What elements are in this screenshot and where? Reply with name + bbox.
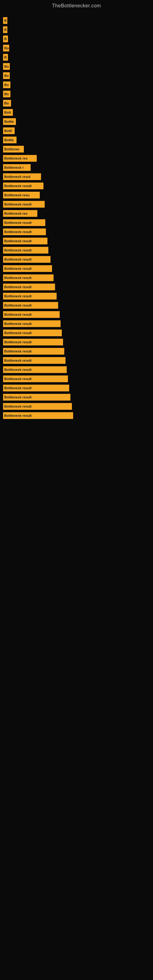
bar-item: Bottleneck result [3, 412, 73, 419]
bar-row: Bottleneck result [3, 375, 150, 383]
bar-label: Bott [4, 111, 11, 114]
bar-label: B [4, 56, 7, 59]
bar-row: Bottleneck result [3, 320, 150, 328]
bar-label: Bottleneck result [4, 239, 32, 243]
bar-item: Bottleneck result [3, 385, 69, 391]
bar-item: Bottleneck resu [3, 192, 40, 199]
bar-item: Bottleneck resul [3, 173, 41, 180]
bar-row: Bottleneck result [3, 411, 150, 420]
bar-label: Bottleneck result [4, 404, 32, 408]
bar-label: Bottleneck result [4, 414, 32, 417]
bar-item: Bo [3, 72, 10, 79]
bar-item: B [3, 35, 8, 42]
bar-item: Bottleneck result [3, 366, 67, 373]
bar-row: Bott [3, 108, 150, 117]
bar-row: Bottleneck result [3, 301, 150, 310]
bar-row: Bottleneck result [3, 310, 150, 319]
bar-label: Bottleneck result [4, 313, 32, 317]
bar-label: Bo [4, 83, 9, 87]
bar-label: Bottleneck result [4, 248, 32, 252]
bar-item: Bottleneck result [3, 274, 54, 281]
bar-label: Bottleneck result [4, 377, 32, 381]
bar-label: Bottleneck r [4, 166, 24, 169]
bar-item: Bo [3, 91, 10, 97]
bar-label: Bottleneck resu [4, 193, 30, 197]
bar-row: Bottleneck result [3, 292, 150, 301]
bar-label: Bo [4, 74, 9, 78]
bar-row: Bottleneck res [3, 154, 150, 162]
bar-row: Bottleneck result [3, 255, 150, 264]
bar-row: B [3, 25, 150, 34]
bar-label: Bottleneck result [4, 258, 32, 261]
bar-row: Bottleneck result [3, 365, 150, 374]
bar-item: Bottleneck result [3, 311, 60, 318]
bar-item: B [3, 54, 8, 60]
bar-label: Bottleneck result [4, 331, 32, 335]
site-title: TheBottlenecker.com [0, 0, 153, 10]
bar-row: Bottleneck result [3, 274, 150, 282]
bar-label: Bo [4, 46, 9, 50]
bar-row: Bottle [3, 136, 150, 144]
bar-item: Bo [3, 100, 11, 107]
bar-row: Bottleneck result [3, 246, 150, 255]
bar-label: Bottleneck result [4, 304, 32, 307]
bar-item: Bo [3, 63, 10, 70]
bar-item: Bottleneck result [3, 247, 48, 254]
bar-item: Bottleneck result [3, 357, 65, 364]
bar-label: Bo [4, 92, 9, 96]
bar-label: Bottleneck result [4, 202, 32, 206]
bar-row: Bottleneck result [3, 393, 150, 401]
bar-label: Bottleneck result [4, 395, 32, 399]
bar-item: Bottleneck result [3, 283, 55, 290]
bar-label: Bo [4, 101, 9, 105]
bar-label: Bottleneck result [4, 294, 32, 298]
bars-container: BBBBoBBoBoBoBoBoBottBottleBottlBottleBot… [0, 10, 153, 423]
bar-label: Bottleneck result [4, 285, 32, 289]
bar-row: Bottleneck result [3, 283, 150, 291]
bar-item: B [3, 26, 7, 33]
bar-item: Bottleneck result [3, 348, 64, 355]
bar-row: Bottleneck result [3, 264, 150, 273]
bar-row: Bo [3, 81, 150, 89]
bar-row: Bottleneck result [3, 237, 150, 245]
bar-row: Bo [3, 62, 150, 71]
bar-row: Bottle [3, 117, 150, 126]
bar-label: Bottleneck result [4, 322, 32, 326]
bar-label: Bottleneck result [4, 340, 32, 344]
bar-row: Bottlenec [3, 145, 150, 153]
bar-label: Bottleneck result [4, 267, 32, 270]
bar-row: Bo [3, 99, 150, 108]
bar-item: Bottleneck result [3, 293, 57, 299]
bar-row: Bottleneck result [3, 329, 150, 337]
bar-label: Bottleneck result [4, 368, 32, 371]
bar-label: Bottleneck resul [4, 175, 30, 178]
bar-row: Bo [3, 44, 150, 52]
bar-item: Bottl [3, 127, 15, 134]
bar-label: Bottleneck result [4, 221, 32, 224]
bar-row: B [3, 35, 150, 43]
bar-label: B [4, 37, 7, 41]
bar-item: Bott [3, 109, 13, 116]
bar-label: B [4, 28, 7, 32]
bar-row: Bottleneck result [3, 228, 150, 236]
bar-row: Bottleneck result [3, 181, 150, 190]
bar-item: Bottleneck result [3, 183, 43, 189]
bar-item: Bo [3, 45, 9, 51]
bar-row: B [3, 16, 150, 25]
bar-row: Bottleneck resul [3, 172, 150, 181]
bar-item: B [3, 17, 7, 24]
bar-label: Bo [4, 65, 9, 68]
bar-row: B [3, 53, 150, 62]
bar-item: Bottleneck result [3, 229, 46, 235]
bar-row: Bo [3, 72, 150, 80]
bar-item: Bottleneck r [3, 164, 30, 171]
bar-item: Bottleneck result [3, 403, 72, 410]
bar-row: Bottleneck result [3, 356, 150, 365]
bar-item: Bo [3, 81, 10, 88]
bar-row: Bottleneck r [3, 163, 150, 172]
bar-item: Bottle [3, 137, 16, 143]
bar-row: Bottleneck result [3, 338, 150, 346]
bar-label: Bottleneck result [4, 386, 32, 390]
bar-label: Bottleneck result [4, 350, 32, 353]
bar-item: Bottleneck result [3, 339, 63, 345]
